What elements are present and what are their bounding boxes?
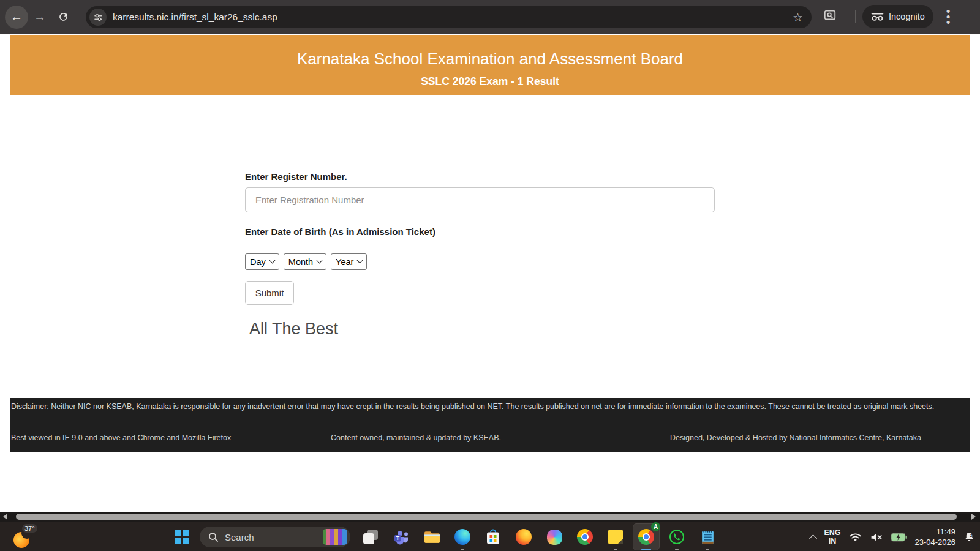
scroll-right-arrow[interactable] — [971, 514, 976, 520]
bookmark-star-icon[interactable]: ☆ — [793, 10, 803, 24]
chevron-down-icon — [317, 258, 323, 264]
weather-widget[interactable]: 37° — [12, 526, 40, 549]
teams-icon: T — [393, 529, 409, 545]
system-tray: ENG IN 11:49 23-04-2026 z — [810, 522, 975, 551]
chrome-icon — [638, 529, 654, 545]
month-select-value: Month — [288, 257, 313, 267]
file-explorer-icon — [424, 530, 440, 544]
tray-overflow-chevron-icon[interactable] — [810, 534, 818, 542]
page-subtitle: SSLC 2026 Exam - 1 Result — [10, 75, 970, 88]
weather-sun-icon — [13, 532, 29, 548]
weather-temperature: 37° — [22, 524, 37, 533]
running-indicator — [706, 549, 709, 550]
copilot-button[interactable] — [539, 522, 570, 551]
chrome-profile-badge: A — [651, 522, 660, 531]
svg-text:z: z — [970, 533, 973, 538]
wish-text: All The Best — [249, 320, 338, 339]
running-indicator — [461, 549, 464, 550]
windows-taskbar: 37° Search T — [0, 522, 980, 551]
forward-button[interactable]: → — [28, 6, 51, 29]
register-number-label: Enter Register Number. — [245, 171, 347, 182]
svg-text:T: T — [396, 535, 399, 541]
address-bar[interactable]: karresults.nic.in/first_sl_kar26_sslc.as… — [86, 6, 812, 28]
browser-toolbar: ← → karresults.nic.in/first_sl_kar26_ssl… — [0, 0, 980, 34]
language-indicator[interactable]: ENG IN — [824, 528, 840, 545]
copilot-icon — [547, 530, 562, 545]
scroll-left-arrow[interactable] — [3, 514, 7, 520]
disclaimer-text: Disclaimer: Neither NIC nor KSEAB, Karna… — [11, 400, 967, 413]
edge-icon — [454, 529, 470, 545]
edge-button[interactable] — [447, 522, 478, 551]
start-button[interactable] — [169, 522, 195, 551]
language-line2: IN — [824, 537, 840, 545]
notification-bell-dnd-icon[interactable]: z — [963, 531, 975, 543]
year-select-value: Year — [336, 257, 353, 267]
chrome-icon — [577, 529, 593, 545]
whatsapp-icon — [669, 529, 685, 545]
page-title: Karnataka School Examination and Assessm… — [10, 35, 970, 69]
taskbar-center: Search T — [169, 522, 723, 551]
submit-button[interactable]: Submit — [245, 281, 294, 305]
reload-button[interactable] — [51, 6, 75, 29]
firefox-button[interactable] — [508, 522, 539, 551]
whatsapp-button[interactable] — [662, 522, 692, 551]
chevron-down-icon — [357, 258, 363, 264]
best-viewed-text: Best viewed in IE 9.0 and above and Chro… — [11, 433, 231, 442]
sticky-notes-icon — [608, 530, 623, 544]
running-indicator — [675, 549, 679, 550]
language-line1: ENG — [824, 528, 840, 537]
tray-date: 23-04-2026 — [915, 537, 956, 547]
volume-muted-icon[interactable] — [870, 532, 883, 542]
windows-logo-icon — [175, 530, 189, 544]
designed-by-text: Designed, Developed & Hosted by National… — [670, 433, 921, 442]
taskbar-search[interactable]: Search — [200, 527, 350, 547]
chrome-button[interactable] — [570, 522, 600, 551]
wifi-icon[interactable] — [849, 532, 862, 542]
register-number-input[interactable] — [245, 187, 715, 212]
site-settings-icon[interactable] — [89, 9, 107, 26]
screen: ← → karresults.nic.in/first_sl_kar26_ssl… — [0, 0, 980, 551]
web-page: Karnataka School Examination and Assessm… — [0, 34, 980, 512]
incognito-badge: Incognito — [862, 5, 933, 28]
back-button[interactable]: ← — [5, 6, 28, 29]
teams-button[interactable]: T — [386, 522, 417, 551]
day-select[interactable]: Day — [245, 253, 279, 270]
battery-charging-icon[interactable] — [891, 533, 907, 542]
year-select[interactable]: Year — [331, 253, 367, 270]
notepad-button[interactable] — [692, 522, 723, 551]
task-view-icon — [363, 530, 378, 544]
search-icon — [208, 532, 219, 542]
page-header-banner: Karnataka School Examination and Assessm… — [10, 35, 970, 95]
chrome-active-window-button[interactable]: A — [631, 522, 662, 551]
chevron-down-icon — [269, 258, 275, 264]
content-owned-text: Content owned, maintained & updated by K… — [331, 433, 501, 442]
toolbar-separator — [855, 10, 856, 23]
incognito-icon — [871, 12, 884, 21]
dob-selects: Day Month Year — [245, 253, 367, 270]
tray-time: 11:49 — [915, 527, 956, 537]
url-text[interactable]: karresults.nic.in/first_sl_kar26_sslc.as… — [113, 12, 793, 23]
incognito-label: Incognito — [889, 12, 925, 21]
dob-label: Enter Date of Birth (As in Admission Tic… — [245, 227, 435, 237]
horizontal-scrollbar[interactable] — [0, 512, 980, 522]
running-indicator — [614, 549, 617, 550]
browser-menu-button[interactable]: ••• — [942, 9, 954, 25]
day-select-value: Day — [250, 257, 266, 267]
scrollbar-thumb[interactable] — [16, 514, 957, 520]
microsoft-store-icon — [486, 529, 500, 545]
file-explorer-button[interactable] — [417, 522, 447, 551]
page-footer: Disclaimer: Neither NIC nor KSEAB, Karna… — [10, 398, 970, 452]
search-placeholder: Search — [225, 532, 323, 542]
sticky-notes-button[interactable] — [600, 522, 631, 551]
reload-icon — [58, 11, 69, 23]
tab-search-icon[interactable] — [823, 9, 837, 24]
task-view-button[interactable] — [355, 522, 386, 551]
microsoft-store-button[interactable] — [478, 522, 508, 551]
search-highlight-image — [323, 529, 347, 545]
notepad-icon — [701, 529, 715, 545]
clock[interactable]: 11:49 23-04-2026 — [915, 527, 956, 547]
firefox-icon — [516, 529, 532, 545]
active-window-indicator — [641, 549, 651, 550]
month-select[interactable]: Month — [284, 253, 326, 270]
